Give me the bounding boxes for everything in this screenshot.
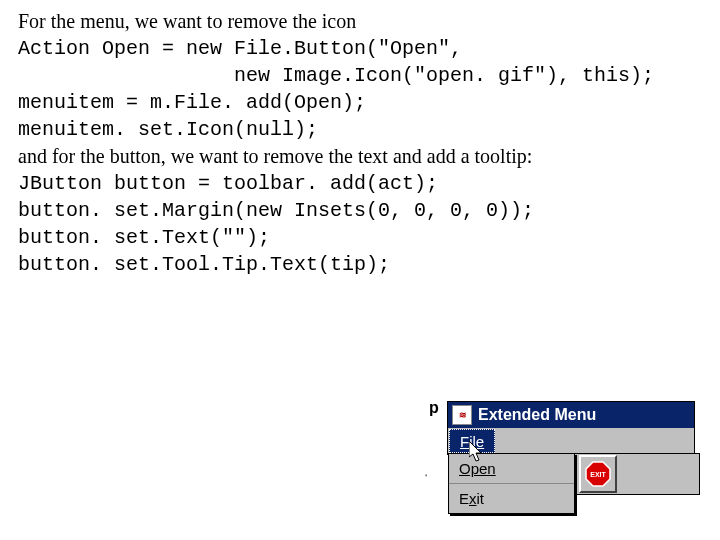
code2-line4: button. set.Tool.Tip.Text(tip); <box>18 251 710 278</box>
code2-line1: JButton button = toolbar. add(act); <box>18 170 710 197</box>
dropdown-item-exit[interactable]: Exit <box>449 484 574 513</box>
intro-line: For the menu, we want to remove the icon <box>18 8 710 35</box>
menu-file[interactable]: File <box>449 429 495 453</box>
code1-line1: Action Open = new File.Button("Open", <box>18 35 710 62</box>
swing-window: p ‘ ≋ Extended Menu File Open Exit EXIT <box>447 401 695 455</box>
svg-text:EXIT: EXIT <box>590 471 606 478</box>
exit-button[interactable]: EXIT <box>579 455 617 493</box>
toolbar: EXIT <box>574 453 700 495</box>
window-titlebar: ≋ Extended Menu <box>447 401 695 428</box>
exit-icon: EXIT <box>585 461 611 487</box>
dropdown-open-label: Open <box>459 460 496 477</box>
java-icon: ≋ <box>452 405 472 425</box>
dropdown-exit-label: Exit <box>459 490 484 507</box>
menu-file-label: File <box>460 433 484 450</box>
dropdown-item-open[interactable]: Open <box>449 454 574 484</box>
cropped-mark: ‘ <box>425 473 427 484</box>
code1-line2: new Image.Icon("open. gif"), this); <box>18 62 710 89</box>
slide-text: For the menu, we want to remove the icon… <box>18 8 710 278</box>
code1-line3: menuitem = m.File. add(Open); <box>18 89 710 116</box>
mid-line: and for the button, we want to remove th… <box>18 143 710 170</box>
window-title: Extended Menu <box>478 406 596 424</box>
menubar: File <box>447 428 695 455</box>
code2-line3: button. set.Text(""); <box>18 224 710 251</box>
code2-line2: button. set.Margin(new Insets(0, 0, 0, 0… <box>18 197 710 224</box>
file-dropdown: Open Exit <box>448 453 575 514</box>
cropped-char: p <box>429 399 439 417</box>
code1-line4: menuitem. set.Icon(null); <box>18 116 710 143</box>
